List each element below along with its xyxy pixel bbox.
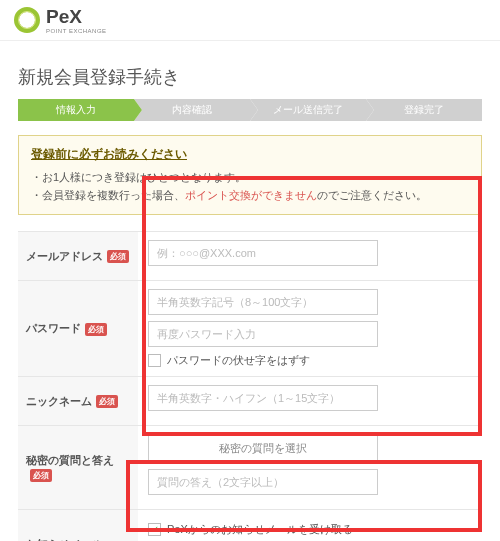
password-field[interactable]	[148, 289, 378, 315]
row-secret: 秘密の質問と答え必須 秘密の質問を選択	[18, 426, 482, 510]
row-nickname: ニックネーム必須	[18, 377, 482, 426]
secret-question-select[interactable]: 秘密の質問を選択	[148, 434, 378, 463]
notice-box: 登録前に必ずお読みください ・お1人様につき登録はひとつとなります。 ・会員登録…	[18, 135, 482, 215]
logo-subtext: POINT EXCHANGE	[46, 28, 107, 34]
registration-form: メールアドレス必須 パスワード必須 パスワードの伏せ字をはずす ニックネーム必須	[18, 231, 482, 541]
checkbox-checked-icon	[148, 523, 161, 536]
show-password-checkbox[interactable]: パスワードの伏せ字をはずす	[148, 353, 472, 368]
label-secret: 秘密の質問と答え必須	[18, 426, 138, 510]
label-nickname: ニックネーム必須	[18, 377, 138, 426]
logo-icon	[14, 7, 40, 33]
label-password: パスワード必須	[18, 281, 138, 377]
row-email: メールアドレス必須	[18, 232, 482, 281]
notice-line-1: ・お1人様につき登録はひとつとなります。	[31, 169, 469, 187]
row-newsletter: お知らせメール PeXからのお知らせメールを受け取る ポイントが貯まるコンテンツ…	[18, 510, 482, 541]
password-confirm-field[interactable]	[148, 321, 378, 347]
step-2: 内容確認	[134, 99, 250, 121]
progress-steps: 情報入力 内容確認 メール送信完了 登録完了	[18, 99, 482, 121]
label-email: メールアドレス必須	[18, 232, 138, 281]
logo-text-wrap: PeX POINT EXCHANGE	[46, 6, 107, 34]
email-field[interactable]	[148, 240, 378, 266]
logo-text: PeX	[46, 6, 107, 28]
notice-title: 登録前に必ずお読みください	[31, 146, 469, 163]
checkbox-icon	[148, 354, 161, 367]
newsletter-checkbox[interactable]: PeXからのお知らせメールを受け取る	[148, 522, 472, 537]
secret-answer-field[interactable]	[148, 469, 378, 495]
step-1: 情報入力	[18, 99, 134, 121]
notice-line-2: ・会員登録を複数行った場合、ポイント交換ができませんのでご注意ください。	[31, 187, 469, 205]
header: PeX POINT EXCHANGE	[0, 0, 500, 41]
step-3: メール送信完了	[250, 99, 366, 121]
nickname-field[interactable]	[148, 385, 378, 411]
label-newsletter: お知らせメール	[18, 510, 138, 541]
page-title: 新規会員登録手続き	[18, 65, 482, 89]
step-4: 登録完了	[366, 99, 482, 121]
row-password: パスワード必須 パスワードの伏せ字をはずす	[18, 281, 482, 377]
